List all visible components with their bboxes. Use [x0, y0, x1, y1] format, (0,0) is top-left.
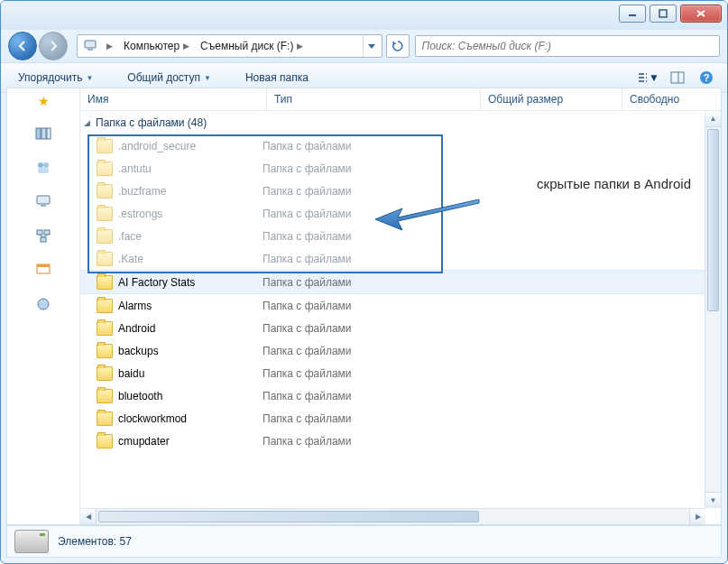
folder-icon	[97, 162, 113, 176]
help-button[interactable]: ?	[695, 67, 718, 88]
file-row[interactable]: backupsПапка с файлами	[80, 339, 721, 362]
svg-point-19	[38, 162, 43, 168]
svg-rect-18	[47, 128, 51, 139]
back-button[interactable]	[8, 32, 37, 60]
favorites-icon: ★	[38, 94, 50, 108]
file-row[interactable]: bluetoothПапка с файлами	[80, 384, 721, 407]
folder-icon	[97, 344, 113, 358]
file-row[interactable]: AlarmsПапка с файлами	[80, 294, 721, 317]
share-button[interactable]: Общий доступ▼	[119, 67, 219, 88]
hscroll-thumb[interactable]	[98, 511, 479, 522]
svg-rect-26	[41, 237, 46, 242]
maximize-button[interactable]	[650, 5, 677, 23]
file-name: .android_secure	[118, 140, 263, 153]
scroll-track[interactable]	[705, 127, 721, 492]
svg-rect-6	[639, 73, 644, 75]
network-icon[interactable]	[34, 227, 52, 244]
file-row[interactable]: .android_secureПапка с файлами	[80, 134, 721, 157]
file-name: baidu	[118, 367, 263, 380]
scroll-left-button[interactable]: ◀	[80, 509, 97, 524]
svg-rect-4	[85, 41, 96, 48]
file-name: .Kate	[118, 253, 263, 265]
scroll-thumb[interactable]	[707, 129, 719, 311]
file-row[interactable]: .KateПапка с файлами	[80, 247, 721, 270]
svg-rect-9	[646, 73, 647, 75]
presentation-icon[interactable]	[34, 262, 52, 278]
svg-rect-30	[37, 264, 50, 267]
svg-point-31	[38, 299, 49, 310]
folder-icon	[97, 411, 113, 426]
col-type[interactable]: Тип	[267, 88, 481, 110]
col-size[interactable]: Общий размер	[481, 88, 622, 110]
svg-rect-22	[37, 196, 50, 204]
folder-icon	[97, 321, 113, 336]
annotation-arrow-icon	[371, 190, 488, 236]
svg-rect-25	[44, 230, 50, 235]
breadcrumb-dropdown[interactable]	[363, 35, 380, 57]
file-row[interactable]: baiduПапка с файлами	[80, 362, 721, 384]
refresh-button[interactable]	[386, 34, 410, 58]
svg-rect-7	[639, 77, 644, 79]
homegroup-icon[interactable]	[34, 159, 52, 175]
file-type: Папка с файлами	[263, 412, 352, 425]
file-row[interactable]: clockworkmodПапка с файлами	[80, 407, 721, 430]
nav-pane[interactable]: ★	[7, 88, 80, 524]
folder-icon	[97, 139, 113, 153]
view-button[interactable]: ▼	[637, 67, 660, 88]
extra-icon[interactable]	[34, 296, 52, 312]
folder-icon	[97, 299, 113, 313]
file-name: clockworkmod	[118, 412, 263, 425]
file-type: Папка с файлами	[263, 300, 352, 312]
crumb-computer[interactable]: Компьютер▶	[118, 35, 195, 57]
hscroll-track[interactable]	[97, 509, 689, 524]
group-header[interactable]: ◢ Папка с файлами (48)	[80, 111, 721, 134]
file-name: bluetooth	[118, 390, 263, 402]
close-button[interactable]	[680, 5, 722, 23]
file-type: Папка с файлами	[263, 185, 352, 198]
new-folder-button[interactable]: Новая папка	[237, 67, 317, 88]
file-name: cmupdater	[118, 435, 263, 448]
file-row[interactable]: AI Factory StatsПапка с файлами	[80, 270, 721, 294]
crumb-label: Компьютер	[124, 40, 180, 52]
svg-rect-10	[646, 77, 647, 79]
annotation-label: скрытые папки в Android	[537, 176, 691, 191]
col-name[interactable]: Имя	[80, 88, 267, 110]
file-type: Папка с файлами	[263, 435, 352, 448]
svg-rect-12	[671, 72, 684, 83]
file-name: Alarms	[118, 300, 263, 312]
svg-rect-21	[38, 168, 49, 173]
crumb-drive[interactable]: Съемный диск (F:)▶	[195, 35, 309, 57]
col-free[interactable]: Свободно	[622, 88, 721, 110]
scroll-right-button[interactable]: ▶	[689, 509, 705, 524]
minimize-button[interactable]	[619, 5, 646, 23]
scroll-down-button[interactable]: ▼	[705, 492, 721, 508]
crumb-sep[interactable]: ▶	[97, 35, 118, 57]
file-name: .face	[118, 230, 263, 243]
file-list[interactable]: ◢ Папка с файлами (48) .android_secureПа…	[80, 111, 721, 508]
file-name: AI Factory Stats	[118, 276, 263, 289]
folder-icon	[97, 184, 113, 199]
folder-icon	[97, 366, 113, 381]
svg-point-20	[43, 162, 49, 168]
folder-icon	[97, 207, 113, 221]
file-type: Папка с файлами	[263, 230, 352, 243]
file-row[interactable]: cmupdaterПапка с файлами	[80, 430, 721, 452]
preview-pane-button[interactable]	[666, 67, 689, 88]
svg-rect-1	[659, 10, 667, 17]
file-name: .antutu	[118, 162, 263, 175]
file-type: Папка с файлами	[263, 322, 352, 335]
vertical-scrollbar[interactable]: ▲ ▼	[705, 111, 721, 508]
search-input[interactable]	[415, 35, 720, 57]
svg-rect-11	[646, 80, 647, 82]
library-icon[interactable]	[34, 125, 52, 141]
organize-button[interactable]: Упорядочить▼	[10, 67, 101, 88]
crumb-label: Съемный диск (F:)	[200, 40, 293, 52]
computer-icon[interactable]	[34, 193, 52, 209]
horizontal-scrollbar[interactable]: ◀ ▶	[80, 508, 705, 524]
file-row[interactable]: AndroidПапка с файлами	[80, 317, 721, 339]
scroll-up-button[interactable]: ▲	[705, 111, 721, 127]
column-headers: Имя Тип Общий размер Свободно	[80, 88, 721, 111]
breadcrumb[interactable]: ▶ Компьютер▶ Съемный диск (F:)▶	[77, 34, 382, 58]
forward-button[interactable]	[39, 32, 68, 60]
search-box[interactable]	[415, 35, 720, 57]
